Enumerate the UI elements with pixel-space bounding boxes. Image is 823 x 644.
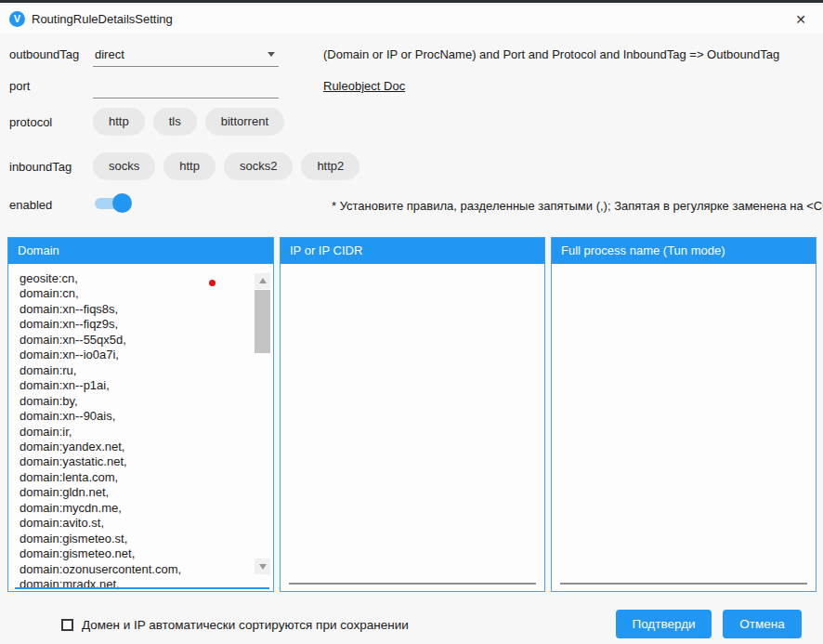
enabled-label: enabled xyxy=(9,198,52,212)
app-logo-icon: V xyxy=(9,11,25,27)
rule-formula-text: (Domain or IP or ProcName) and Port and … xyxy=(323,47,779,61)
process-input-underline xyxy=(560,583,807,585)
outbound-tag-label: outboundTag xyxy=(9,47,79,61)
domain-scrollbar[interactable] xyxy=(255,273,270,574)
rules-note-text: * Установите правила, разделенные запяты… xyxy=(332,199,823,213)
domain-rules-text: geosite:cn, domain:cn, domain:xn--fiqs8s… xyxy=(20,271,253,591)
inbound-tag-label: inboundTag xyxy=(9,160,72,174)
cursor-marker-dot xyxy=(209,280,216,286)
process-rules-textarea[interactable] xyxy=(552,264,816,591)
domain-rules-textarea[interactable]: geosite:cn, domain:cn, domain:xn--fiqs8s… xyxy=(8,264,273,591)
ip-input-underline xyxy=(289,583,536,585)
ip-rules-textarea[interactable] xyxy=(281,264,544,591)
ruleobject-doc-link[interactable]: Ruleobject Doc xyxy=(323,79,405,93)
scroll-up-icon[interactable] xyxy=(255,273,270,289)
outbound-tag-select[interactable]: direct xyxy=(93,42,279,67)
close-icon[interactable]: ✕ xyxy=(791,10,810,29)
process-panel: Full process name (Tun mode) xyxy=(551,237,816,592)
port-input[interactable] xyxy=(93,73,279,99)
domain-panel: Domain geosite:cn, domain:cn, domain:xn-… xyxy=(7,237,274,592)
chevron-down-icon xyxy=(268,52,275,57)
inbound-chip-socks[interactable]: socks xyxy=(93,152,155,180)
inbound-chip-http[interactable]: http xyxy=(163,152,216,180)
toggle-knob xyxy=(112,193,132,213)
protocol-chip-bittorrent[interactable]: bittorrent xyxy=(205,108,284,136)
scroll-down-icon[interactable] xyxy=(255,559,270,574)
scrollbar-thumb[interactable] xyxy=(255,290,270,353)
enabled-toggle[interactable] xyxy=(95,193,130,214)
inbound-chip-http2[interactable]: http2 xyxy=(301,152,359,180)
domain-focus-underline xyxy=(15,587,269,589)
ip-rules-text xyxy=(292,271,524,591)
domain-panel-header: Domain xyxy=(8,238,273,264)
inbound-tag-chips: socks http socks2 http2 xyxy=(93,152,359,180)
title-bar: V RoutingRuleDetailsSetting ✕ xyxy=(0,6,823,33)
sort-checkbox-label: Домен и IP автоматически сортируются при… xyxy=(82,618,409,632)
confirm-button[interactable]: Подтверди xyxy=(616,610,712,638)
inbound-chip-socks2[interactable]: socks2 xyxy=(224,152,293,180)
process-panel-header: Full process name (Tun mode) xyxy=(552,238,816,264)
cancel-button[interactable]: Отмена xyxy=(723,610,802,638)
protocol-label: protocol xyxy=(9,115,52,129)
protocol-chip-tls[interactable]: tls xyxy=(153,108,197,136)
port-label: port xyxy=(9,79,30,93)
window-title: RoutingRuleDetailsSetting xyxy=(32,12,173,26)
routing-rule-details-dialog: V RoutingRuleDetailsSetting ✕ outboundTa… xyxy=(0,0,823,644)
protocol-chips: http tls bittorrent xyxy=(93,108,284,136)
protocol-chip-http[interactable]: http xyxy=(93,108,145,136)
outbound-tag-value: direct xyxy=(95,47,124,61)
ip-panel-header: IP or IP CIDR xyxy=(281,238,544,264)
sort-checkbox[interactable] xyxy=(61,619,73,631)
process-rules-text xyxy=(563,271,795,591)
ip-panel: IP or IP CIDR xyxy=(280,237,545,592)
